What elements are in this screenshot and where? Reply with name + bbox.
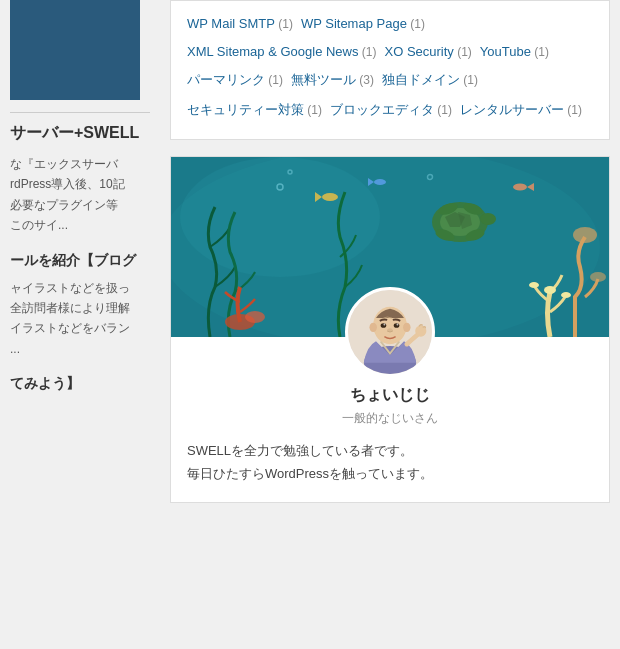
left-blue-block xyxy=(10,0,140,100)
profile-bio: SWELLを全力で勉強している者です。 毎日ひたすらWordPressを触ってい… xyxy=(171,439,609,502)
tag-item: レンタルサーバー (1) xyxy=(460,101,582,119)
tag-item: ブロックエディタ (1) xyxy=(330,101,452,119)
tag-link[interactable]: 独自ドメイン xyxy=(382,72,460,87)
tag-count: (1) xyxy=(564,103,582,117)
tag-item: YouTube (1) xyxy=(480,43,549,59)
tag-item: 無料ツール (3) xyxy=(291,71,374,89)
tag-count: (3) xyxy=(356,73,374,87)
profile-role: 一般的なじいさん xyxy=(171,410,609,427)
tag-count: (1) xyxy=(434,103,452,117)
profile-avatar-wrapper xyxy=(171,287,609,377)
tag-count: (1) xyxy=(407,17,425,31)
tag-link[interactable]: ブロックエディタ xyxy=(330,102,434,117)
left-sidebar-title: サーバー+SWELL xyxy=(10,123,150,144)
tag-item: XML Sitemap & Google News (1) xyxy=(187,43,376,59)
tag-item: WP Mail SMTP (1) xyxy=(187,15,293,31)
tag-item: 独自ドメイン (1) xyxy=(382,71,478,89)
left-sidebar-section-text: ャイラストなどを扱っ 全訪問者様により理解 イラストなどをバラン ... xyxy=(10,278,150,360)
svg-point-31 xyxy=(369,323,376,332)
tag-count: (1) xyxy=(265,73,283,87)
left-divider xyxy=(10,112,150,113)
tag-link[interactable]: YouTube xyxy=(480,44,531,59)
svg-point-7 xyxy=(480,213,496,225)
tags-container: WP Mail SMTP (1)WP Sitemap Page (1)XML S… xyxy=(187,15,593,125)
tag-item: セキュリティー対策 (1) xyxy=(187,101,322,119)
tag-link[interactable]: パーマリンク xyxy=(187,72,265,87)
left-sidebar: サーバー+SWELL な『エックスサーバ rdPress導入後、10記 必要なプ… xyxy=(0,0,160,649)
svg-point-32 xyxy=(403,323,410,332)
svg-point-28 xyxy=(383,324,385,326)
tag-count: (1) xyxy=(531,45,549,59)
svg-point-18 xyxy=(374,179,386,185)
tag-item: WP Sitemap Page (1) xyxy=(301,15,425,31)
svg-point-16 xyxy=(590,272,606,282)
tag-link[interactable]: XO Security xyxy=(384,44,453,59)
tag-count: (1) xyxy=(454,45,472,59)
left-sidebar-text: な『エックスサーバ rdPress導入後、10記 必要なプラグイン等 このサイ.… xyxy=(10,154,150,236)
svg-point-15 xyxy=(573,227,597,243)
page-wrapper: サーバー+SWELL な『エックスサーバ rdPress導入後、10記 必要なプ… xyxy=(0,0,620,649)
tag-count: (1) xyxy=(358,45,376,59)
svg-point-26 xyxy=(381,323,387,328)
tags-widget: WP Mail SMTP (1)WP Sitemap Page (1)XML S… xyxy=(170,0,610,140)
tag-count: (1) xyxy=(304,103,322,117)
svg-point-19 xyxy=(513,184,527,191)
profile-name: ちょいじじ xyxy=(171,385,609,406)
tag-link[interactable]: XML Sitemap & Google News xyxy=(187,44,358,59)
tag-link[interactable]: セキュリティー対策 xyxy=(187,102,304,117)
profile-avatar xyxy=(345,287,435,377)
tag-count: (1) xyxy=(460,73,478,87)
tag-link[interactable]: WP Sitemap Page xyxy=(301,16,407,31)
left-sidebar-section-title: ールを紹介【ブログ xyxy=(10,252,150,270)
tag-item: パーマリンク (1) xyxy=(187,71,283,89)
tag-link[interactable]: 無料ツール xyxy=(291,72,356,87)
svg-point-29 xyxy=(397,324,399,326)
tag-item: XO Security (1) xyxy=(384,43,471,59)
svg-point-27 xyxy=(394,323,400,328)
tag-link[interactable]: レンタルサーバー xyxy=(460,102,564,117)
svg-point-17 xyxy=(322,193,338,201)
tag-count: (1) xyxy=(275,17,293,31)
profile-widget: ちょいじじ 一般的なじいさん SWELLを全力で勉強している者です。 毎日ひたす… xyxy=(170,156,610,503)
left-sidebar-section-title2: てみよう】 xyxy=(10,375,150,393)
main-content: WP Mail SMTP (1)WP Sitemap Page (1)XML S… xyxy=(160,0,620,649)
tag-link[interactable]: WP Mail SMTP xyxy=(187,16,275,31)
